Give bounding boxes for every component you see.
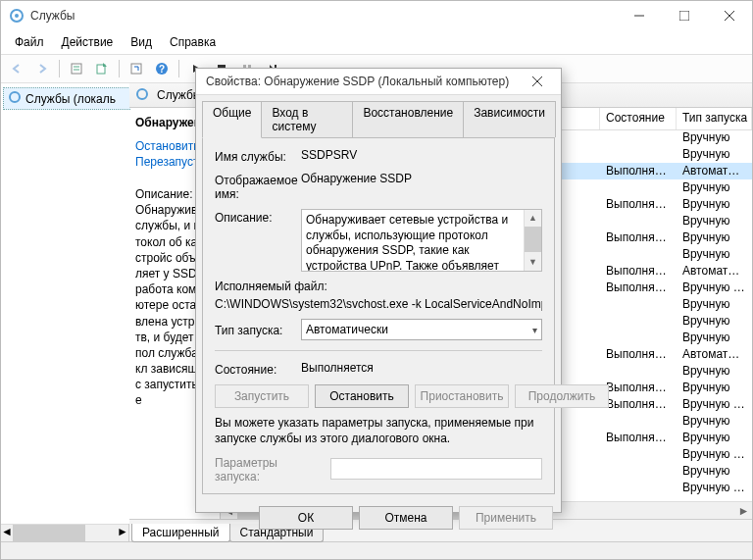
tab-logon[interactable]: Вход в систему <box>261 101 353 137</box>
forward-icon[interactable] <box>30 57 54 80</box>
menu-view[interactable]: Вид <box>123 33 160 51</box>
description-box[interactable]: Обнаруживает сетевые устройства и службы… <box>301 209 542 272</box>
dialog-title: Свойства: Обнаружение SSDP (Локальный ко… <box>206 75 518 88</box>
cell-state <box>600 480 677 496</box>
cell-state <box>600 213 677 229</box>
menubar: Файл Действие Вид Справка <box>1 30 752 54</box>
exe-label: Исполняемый файл: <box>215 280 542 293</box>
tree-hscroll[interactable]: ◄► <box>1 524 128 541</box>
cell-startup: Вручную <box>677 196 752 213</box>
cell-state <box>600 463 677 480</box>
titlebar: Службы <box>1 1 752 30</box>
cell-state <box>600 363 677 380</box>
service-name-label: Имя службы: <box>215 148 293 164</box>
tree-root[interactable]: Службы (локаль <box>3 87 130 110</box>
cell-startup: Вручную <box>677 129 752 146</box>
cell-startup: Вручную <box>677 229 752 246</box>
tree-pane: Службы (локаль <box>1 83 132 524</box>
state-value: Выполняется <box>301 361 542 375</box>
cell-startup: Вручную <box>677 179 752 196</box>
svg-rect-3 <box>679 11 689 21</box>
cell-state <box>600 413 677 430</box>
cell-startup: Вручную <box>677 380 752 396</box>
cell-startup: Вручную (ак... <box>677 396 752 413</box>
cell-state <box>600 330 677 346</box>
cell-startup: Автоматиче... <box>677 346 752 363</box>
cell-state <box>600 129 677 146</box>
cell-startup: Вручную <box>677 296 752 313</box>
dialog-titlebar: Свойства: Обнаружение SSDP (Локальный ко… <box>196 69 561 95</box>
cell-state: Выполняется <box>600 346 677 363</box>
cell-state <box>600 296 677 313</box>
display-name-label: Отображаемое имя: <box>215 172 293 201</box>
cell-startup: Вручную <box>677 246 752 263</box>
close-button[interactable] <box>707 1 752 30</box>
services-window: Службы Файл Действие Вид Справка ? Служб… <box>0 0 753 560</box>
apply-button[interactable]: Применить <box>459 506 553 530</box>
cell-startup: Вручную (ак... <box>677 446 752 463</box>
cell-startup: Вручную <box>677 330 752 346</box>
tab-recovery[interactable]: Восстановление <box>352 101 464 137</box>
refresh-icon[interactable] <box>125 57 148 80</box>
startup-type-select[interactable]: Автоматически ▾ <box>301 319 542 340</box>
description-label: Описание: <box>215 209 293 225</box>
minimize-button[interactable] <box>617 1 662 30</box>
svg-point-17 <box>10 92 20 102</box>
cell-state: Выполняется <box>600 229 677 246</box>
svg-point-18 <box>137 89 147 99</box>
exe-path: C:\WINDOWS\system32\svchost.exe -k Local… <box>215 297 542 311</box>
start-button[interactable]: Запустить <box>215 384 309 408</box>
window-title: Службы <box>30 9 617 23</box>
dialog-tabs: Общие Вход в систему Восстановление Зави… <box>196 95 561 137</box>
cell-startup: Вручную <box>677 463 752 480</box>
state-label: Состояние: <box>215 361 293 377</box>
cancel-button[interactable]: Отмена <box>359 506 453 530</box>
params-input[interactable] <box>330 458 542 480</box>
properties-icon[interactable] <box>65 57 88 80</box>
svg-point-1 <box>15 14 19 18</box>
cell-startup: Вручную <box>677 313 752 330</box>
service-name-value: SSDPSRV <box>301 148 542 162</box>
maximize-button[interactable] <box>662 1 707 30</box>
dialog-close-button[interactable] <box>518 69 557 94</box>
cell-startup: Автоматиче... <box>677 263 752 280</box>
menu-action[interactable]: Действие <box>54 33 122 51</box>
cell-state: Выполняется <box>600 263 677 280</box>
cell-state: Выполняется <box>600 396 677 413</box>
cell-state: Выполняется <box>600 380 677 396</box>
col-startup[interactable]: Тип запуска <box>677 108 752 129</box>
cell-startup: Вручную <box>677 363 752 380</box>
resume-button[interactable]: Продолжить <box>515 384 609 408</box>
cell-state <box>600 313 677 330</box>
cell-startup: Автоматиче... <box>677 163 752 179</box>
params-label: Параметры запуска: <box>215 454 323 484</box>
services-icon <box>8 90 22 107</box>
export-icon[interactable] <box>90 57 114 80</box>
col-state[interactable]: Состояние <box>600 108 677 129</box>
ok-button[interactable]: ОК <box>259 506 353 530</box>
properties-dialog: Свойства: Обнаружение SSDP (Локальный ко… <box>195 68 562 513</box>
svg-rect-10 <box>131 64 141 74</box>
menu-file[interactable]: Файл <box>7 33 52 51</box>
svg-text:?: ? <box>159 64 165 75</box>
tab-general[interactable]: Общие <box>202 101 262 138</box>
tab-deps[interactable]: Зависимости <box>463 101 556 137</box>
cell-startup: Вручную <box>677 146 752 163</box>
back-icon[interactable] <box>5 57 28 80</box>
cell-startup: Вручную <box>677 413 752 430</box>
cell-state <box>600 179 677 196</box>
chevron-down-icon: ▾ <box>532 325 537 335</box>
pause-button[interactable]: Приостановить <box>415 384 509 408</box>
help-icon[interactable]: ? <box>150 57 174 80</box>
cell-state: Выполняется <box>600 430 677 446</box>
description-scrollbar[interactable]: ▲▼ <box>524 210 541 271</box>
cell-state: Выполняется <box>600 280 677 296</box>
tree-root-label: Службы (локаль <box>25 92 116 106</box>
menu-help[interactable]: Справка <box>162 33 224 51</box>
cell-state <box>600 446 677 463</box>
cell-state <box>600 146 677 163</box>
cell-state: Выполняется <box>600 196 677 213</box>
stop-button[interactable]: Остановить <box>315 384 409 408</box>
statusbar <box>1 541 752 559</box>
params-hint: Вы можете указать параметры запуска, при… <box>215 416 542 446</box>
